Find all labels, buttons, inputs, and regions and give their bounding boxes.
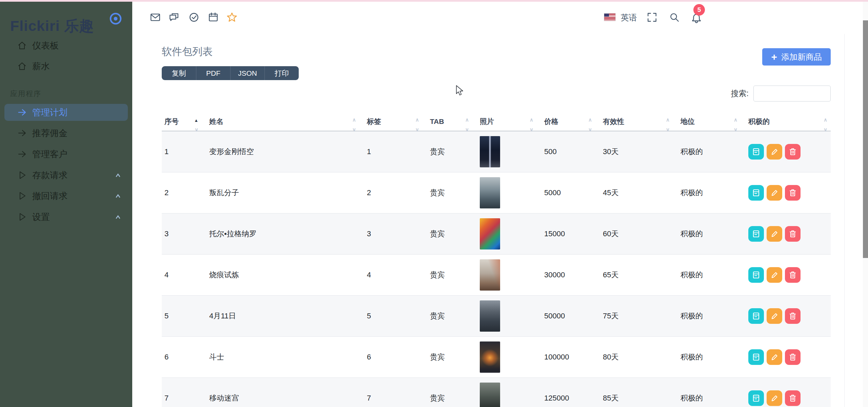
copy-button[interactable]: 复制 — [162, 66, 196, 80]
delete-action-button[interactable] — [785, 349, 801, 365]
print-button[interactable]: 打印 — [264, 66, 299, 80]
column-header-tab[interactable]: TAB∧∨ — [427, 115, 477, 131]
sort-asc-icon: ∧ — [415, 117, 419, 123]
edit-action-button[interactable] — [767, 226, 782, 242]
star-icon[interactable] — [226, 12, 237, 23]
sidebar-item-label: 设置 — [32, 211, 50, 223]
cell-price: 100000 — [541, 336, 600, 377]
cell-actions — [746, 131, 831, 172]
target-icon[interactable] — [108, 11, 123, 26]
sidebar-item-withdraw-requests[interactable]: 撤回请求 — [0, 187, 132, 204]
cell-tag: 7 — [364, 377, 427, 407]
column-header-price[interactable]: 价格∧∨ — [541, 115, 600, 131]
check-circle-icon[interactable] — [189, 12, 199, 23]
sidebar-item-settings[interactable]: 设置 — [0, 208, 132, 225]
cell-photo — [477, 295, 541, 336]
column-header-status[interactable]: 地位∧∨ — [678, 115, 746, 131]
delete-action-button[interactable] — [785, 390, 801, 406]
column-header-validity[interactable]: 有效性∧∨ — [600, 115, 678, 131]
cell-tag: 1 — [364, 131, 427, 172]
cell-photo — [477, 213, 541, 254]
cell-validity: 30天 — [600, 131, 678, 172]
row-actions — [748, 144, 831, 160]
delete-action-button[interactable] — [785, 144, 801, 160]
column-header-sn[interactable]: 序号▲∨ — [162, 115, 206, 131]
row-actions — [748, 267, 831, 283]
row-actions — [748, 226, 831, 242]
delete-action-button[interactable] — [785, 226, 801, 242]
cell-validity: 45天 — [600, 172, 678, 213]
row-photo — [480, 136, 500, 167]
cell-price: 30000 — [541, 254, 600, 295]
cell-sn: 2 — [162, 172, 206, 213]
add-new-item-button[interactable]: + 添加新商品 — [762, 48, 831, 66]
calendar-action-button[interactable] — [748, 349, 764, 365]
row-photo — [480, 383, 500, 407]
calendar-action-button[interactable] — [748, 308, 764, 324]
sidebar-item-dashboard[interactable]: 仪表板 — [0, 37, 132, 54]
row-actions — [748, 349, 831, 365]
sidebar-item-manage-clients[interactable]: 管理客户 — [0, 146, 132, 163]
calendar-action-button[interactable] — [748, 226, 764, 242]
cell-sn: 4 — [162, 254, 206, 295]
language-selector[interactable]: 英语 — [621, 12, 637, 23]
calendar-action-button[interactable] — [748, 185, 764, 201]
cell-tag: 4 — [364, 254, 427, 295]
sidebar-item-manage-plans[interactable]: 管理计划 — [4, 104, 128, 121]
calendar-action-button[interactable] — [748, 144, 764, 160]
home-icon — [17, 40, 27, 51]
play-icon — [17, 170, 27, 180]
scrollbar-track[interactable] — [863, 0, 868, 407]
us-flag-icon[interactable] — [604, 14, 615, 21]
column-header-name[interactable]: 姓名∧∨ — [206, 115, 364, 131]
table-row: 3 托尔•拉格纳罗 3 贵宾 15000 60天 积极的 — [162, 213, 831, 254]
sort-asc-icon: ∧ — [352, 117, 356, 123]
row-photo — [480, 177, 500, 208]
cell-sn: 7 — [162, 377, 206, 407]
cell-price: 15000 — [541, 213, 600, 254]
json-button[interactable]: JSON — [230, 66, 264, 80]
sort-asc-icon: ∧ — [734, 117, 737, 123]
delete-action-button[interactable] — [785, 267, 801, 283]
sidebar-item-salary[interactable]: 薪水 — [0, 58, 132, 75]
chat-icon[interactable] — [169, 12, 179, 23]
column-header-photo[interactable]: 照片∧∨ — [477, 115, 541, 131]
sort-desc-icon: ∨ — [415, 127, 419, 133]
pdf-button[interactable]: PDF — [196, 66, 230, 80]
edit-action-button[interactable] — [767, 308, 782, 324]
edit-action-button[interactable] — [767, 185, 782, 201]
scrollbar-thumb[interactable] — [863, 20, 868, 258]
cell-tag: 6 — [364, 336, 427, 377]
search-icon[interactable] — [669, 12, 680, 23]
cell-actions — [746, 254, 831, 295]
edit-action-button[interactable] — [767, 144, 782, 160]
edit-action-button[interactable] — [767, 390, 782, 406]
row-actions — [748, 308, 831, 324]
sidebar-item-referral-commission[interactable]: 推荐佣金 — [0, 125, 132, 142]
cell-status: 积极的 — [678, 336, 746, 377]
delete-action-button[interactable] — [785, 185, 801, 201]
edit-action-button[interactable] — [767, 349, 782, 365]
sidebar-item-deposit-requests[interactable]: 存款请求 — [0, 167, 132, 184]
cell-status: 积极的 — [678, 213, 746, 254]
delete-action-button[interactable] — [785, 308, 801, 324]
calendar-icon[interactable] — [208, 12, 219, 23]
edit-action-button[interactable] — [767, 267, 782, 283]
cell-sn: 1 — [162, 131, 206, 172]
app-logo: Flickiri 乐趣 — [10, 16, 94, 36]
notification-badge: 5 — [693, 4, 705, 16]
sort-desc-icon: ∨ — [465, 127, 469, 133]
table-row: 7 移动迷宫 7 贵宾 125000 85天 积极的 — [162, 377, 831, 407]
column-header-tag[interactable]: 标签∧∨ — [364, 115, 427, 131]
calendar-action-button[interactable] — [748, 267, 764, 283]
calendar-action-button[interactable] — [748, 390, 764, 406]
mail-icon[interactable] — [150, 12, 161, 23]
play-icon — [17, 212, 27, 222]
cell-price: 125000 — [541, 377, 600, 407]
sort-desc-icon: ∨ — [530, 127, 533, 133]
search-input[interactable] — [753, 86, 831, 101]
cell-tab: 贵宾 — [427, 131, 477, 172]
fullscreen-icon[interactable] — [647, 12, 657, 23]
column-header-actions[interactable]: 积极的∧∨ — [746, 115, 831, 131]
table-row: 1 变形金刚悟空 1 贵宾 500 30天 积极的 — [162, 131, 831, 172]
